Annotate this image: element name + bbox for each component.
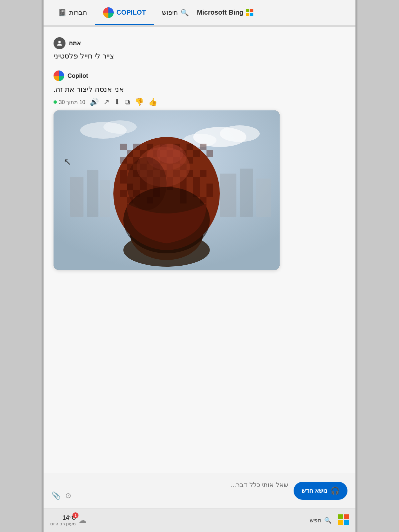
generated-image <box>54 110 280 270</box>
user-message-text: צייר לי חייל פלסטיני <box>54 52 114 61</box>
copilot-ball-icon <box>103 7 114 18</box>
weather-widget: 14°C מעונן רב היום 1 <box>50 514 76 526</box>
tab-copilot-label: COPILOT <box>116 9 146 16</box>
taskbar-right: 14°C מעונן רב היום 1 ☁ <box>50 514 86 526</box>
action-counter: 10 מתוך 30 <box>54 99 85 105</box>
copilot-message-block: Copilot אני אנסה ליצור את זה. 👍 👎 ⧉ ⬇ ↗ … <box>54 70 345 270</box>
svg-rect-19 <box>133 144 140 150</box>
weather-desc: מעונן רב היום <box>50 521 76 526</box>
svg-rect-12 <box>256 179 271 217</box>
svg-point-76 <box>127 157 167 210</box>
search-icon: 🔍 <box>181 9 189 17</box>
generated-image-svg <box>54 110 280 270</box>
green-dot-icon <box>54 100 57 104</box>
svg-rect-24 <box>200 144 206 150</box>
copy-icon[interactable]: ⧉ <box>125 98 130 106</box>
svg-point-77 <box>157 144 183 164</box>
svg-rect-30 <box>193 150 200 157</box>
svg-rect-11 <box>240 169 253 217</box>
svg-rect-8 <box>87 170 98 217</box>
input-section: ⊙ 📎 <box>52 478 288 503</box>
cloud-icon: ☁ <box>78 516 86 525</box>
taskbar-search-icon: 🔍 <box>324 517 332 524</box>
user-avatar <box>54 37 66 49</box>
svg-rect-43 <box>120 170 127 177</box>
speaker-icon[interactable]: 🔊 <box>90 98 99 106</box>
svg-rect-23 <box>187 144 193 150</box>
user-label-row: אתה <box>54 37 81 49</box>
svg-rect-18 <box>120 144 127 150</box>
svg-point-0 <box>58 41 61 43</box>
windows-icon <box>338 514 349 525</box>
share-icon[interactable]: ↗ <box>103 98 109 106</box>
svg-rect-61 <box>193 184 200 190</box>
svg-point-6 <box>103 120 137 134</box>
user-label-text: אתה <box>69 40 81 47</box>
notification-badge: 1 <box>72 512 78 518</box>
notebook-icon: 📓 <box>58 9 66 17</box>
chat-input[interactable] <box>52 481 288 489</box>
camera-icon[interactable]: ⊙ <box>65 491 71 500</box>
action-counter-text: 10 מתוך 30 <box>59 99 85 105</box>
thumbdown-icon[interactable]: 👎 <box>135 98 144 106</box>
user-message-block: אתה צייר לי חייל פלסטיני <box>54 37 345 61</box>
action-bar: 👍 👎 ⧉ ⬇ ↗ 🔊 10 מתוך 30 <box>54 98 157 106</box>
svg-rect-25 <box>127 150 133 157</box>
svg-point-3 <box>220 125 260 142</box>
tab-chabura-label: חברות <box>69 9 87 17</box>
microsoft-bing-logo[interactable]: Microsoft Bing <box>197 9 253 16</box>
bottom-bar: 🎧 נושא חדש ⊙ 📎 <box>44 473 355 508</box>
svg-rect-7 <box>70 177 83 217</box>
paperclip-icon[interactable]: 📎 <box>52 491 61 500</box>
svg-rect-50 <box>120 177 127 184</box>
bing-label: Microsoft Bing <box>197 9 243 16</box>
copilot-icon <box>54 70 64 81</box>
new-topic-label: נושא חדש <box>302 487 327 494</box>
headphone-icon: 🎧 <box>331 486 339 495</box>
svg-rect-9 <box>100 180 110 217</box>
tab-search[interactable]: 🔍 חיפוש <box>154 0 197 25</box>
svg-rect-55 <box>193 177 200 184</box>
svg-rect-68 <box>206 190 213 197</box>
thumbup-icon[interactable]: 👍 <box>148 98 157 106</box>
taskbar-search[interactable]: 🔍 חפש <box>310 517 332 524</box>
microsoft-grid-icon <box>246 9 253 16</box>
tab-copilot[interactable]: COPILOT <box>95 0 154 25</box>
tab-chabura[interactable]: חברות 📓 <box>50 0 95 25</box>
taskbar: 🔍 חפש 14°C מעונן רב היום 1 ☁ <box>44 508 355 532</box>
new-topic-button[interactable]: 🎧 נושא חדש <box>294 482 347 500</box>
taskbar-search-label: חפש <box>310 517 322 524</box>
windows-start-button[interactable] <box>337 514 349 526</box>
chat-area: אתה צייר לי חייל פלסטיני Copilot אני אנס… <box>44 27 355 473</box>
svg-rect-10 <box>220 174 236 217</box>
svg-rect-63 <box>120 190 127 197</box>
svg-rect-62 <box>206 184 213 190</box>
copilot-response-text: אני אנסה ליצור את זה. <box>54 85 124 94</box>
svg-rect-49 <box>200 170 206 177</box>
svg-rect-31 <box>206 150 213 157</box>
svg-rect-32 <box>120 157 127 164</box>
tab-bar: Microsoft Bing 🔍 חיפוש COPILOT חברות 📓 <box>44 0 355 25</box>
download-icon[interactable]: ⬇ <box>114 98 120 106</box>
copilot-label-text: Copilot <box>67 72 88 79</box>
tab-search-label: חיפוש <box>162 9 178 17</box>
input-icons: ⊙ 📎 <box>52 491 288 500</box>
copilot-label-row: Copilot <box>54 70 88 81</box>
